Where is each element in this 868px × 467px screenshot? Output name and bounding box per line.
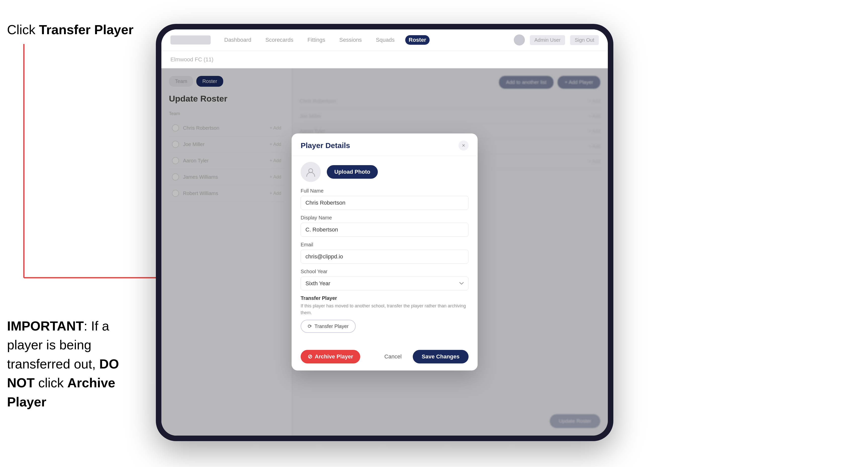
full-name-group: Full Name bbox=[301, 188, 469, 210]
photo-placeholder bbox=[301, 162, 321, 182]
display-name-label: Display Name bbox=[301, 215, 469, 221]
archive-player-button[interactable]: ⊘ Archive Player bbox=[301, 350, 360, 364]
user-avatar-icon bbox=[306, 167, 316, 177]
content-area: Team Roster Update Roster Team Chris Rob… bbox=[161, 68, 608, 436]
nav-item-roster[interactable]: Roster bbox=[405, 35, 430, 45]
display-name-group: Display Name bbox=[301, 215, 469, 237]
modal-body: Upload Photo Full Name Display Name bbox=[291, 156, 477, 345]
svg-point-3 bbox=[309, 169, 313, 173]
app-topbar: Dashboard Scorecards Fittings Sessions S… bbox=[161, 29, 608, 51]
app-nav: Dashboard Scorecards Fittings Sessions S… bbox=[221, 35, 504, 45]
tablet-device: Dashboard Scorecards Fittings Sessions S… bbox=[156, 24, 613, 441]
app-subbar: Elmwood FC (11) bbox=[161, 51, 608, 68]
archive-btn-label: Archive Player bbox=[315, 353, 353, 360]
modal-overlay: Player Details × bbox=[161, 68, 608, 436]
modal-footer: ⊘ Archive Player Cancel Save Changes bbox=[291, 345, 477, 371]
modal-header: Player Details × bbox=[291, 133, 477, 156]
modal-title: Player Details bbox=[301, 141, 350, 150]
transfer-player-section: Transfer Player If this player has moved… bbox=[301, 295, 469, 333]
nav-item-fittings[interactable]: Fittings bbox=[304, 35, 329, 45]
nav-item-squads[interactable]: Squads bbox=[372, 35, 398, 45]
email-group: Email bbox=[301, 242, 469, 264]
instruction-bottom: IMPORTANT: If a player is being transfer… bbox=[7, 317, 148, 411]
school-year-group: School Year First Year Second Year Third… bbox=[301, 269, 469, 290]
instruction-prefix: Click bbox=[7, 22, 39, 37]
display-name-input[interactable] bbox=[301, 223, 469, 237]
email-label: Email bbox=[301, 242, 469, 248]
transfer-icon: ⟳ bbox=[308, 323, 312, 329]
instruction-top: Click Transfer Player bbox=[7, 21, 133, 38]
app-logo bbox=[170, 35, 211, 44]
tablet-screen: Dashboard Scorecards Fittings Sessions S… bbox=[161, 29, 608, 436]
full-name-label: Full Name bbox=[301, 188, 469, 194]
signout-button[interactable]: Sign Out bbox=[570, 35, 599, 45]
topbar-avatar bbox=[514, 34, 525, 45]
important-label: IMPORTANT bbox=[7, 319, 84, 333]
transfer-btn-label: Transfer Player bbox=[314, 323, 349, 329]
email-input[interactable] bbox=[301, 250, 469, 264]
nav-item-dashboard[interactable]: Dashboard bbox=[221, 35, 255, 45]
nav-item-sessions[interactable]: Sessions bbox=[336, 35, 365, 45]
nav-item-scorecards[interactable]: Scorecards bbox=[262, 35, 297, 45]
archive-icon: ⊘ bbox=[308, 353, 312, 360]
instruction-text2: click bbox=[35, 375, 67, 390]
school-year-select[interactable]: First Year Second Year Third Year Fourth… bbox=[301, 277, 469, 290]
full-name-input[interactable] bbox=[301, 196, 469, 210]
cancel-button[interactable]: Cancel bbox=[377, 350, 408, 364]
player-details-modal: Player Details × bbox=[291, 133, 477, 371]
school-year-label: School Year bbox=[301, 269, 469, 275]
modal-close-button[interactable]: × bbox=[459, 141, 469, 151]
upload-photo-button[interactable]: Upload Photo bbox=[327, 165, 378, 179]
topbar-user-label: Admin User bbox=[530, 35, 565, 45]
photo-row: Upload Photo bbox=[301, 162, 469, 182]
topbar-right: Admin User Sign Out bbox=[514, 34, 599, 45]
subbar-team-name: Elmwood FC (11) bbox=[170, 56, 213, 63]
transfer-player-button[interactable]: ⟳ Transfer Player bbox=[301, 320, 356, 333]
transfer-section-label: Transfer Player bbox=[301, 295, 469, 301]
instruction-highlight: Transfer Player bbox=[39, 22, 133, 37]
transfer-section-description: If this player has moved to another scho… bbox=[301, 303, 469, 316]
save-changes-button[interactable]: Save Changes bbox=[413, 350, 469, 364]
